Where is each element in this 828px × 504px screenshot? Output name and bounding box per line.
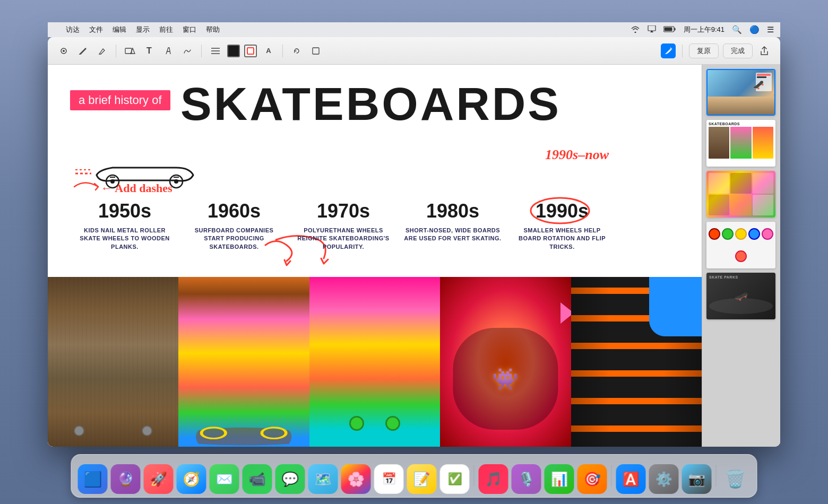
separator-2 <box>201 45 202 57</box>
dock-separator-3 <box>716 465 717 486</box>
tool-font[interactable]: A <box>261 44 276 58</box>
desc-1970s: POLYURETHANE WHEELS REIGNITE SKATEBOARDI… <box>293 227 394 251</box>
wifi-icon <box>631 25 640 34</box>
app-window: T A 复原 完成 <box>48 37 780 447</box>
canvas-area[interactable]: a brief history of SKATEBOARDS <box>48 65 702 447</box>
dock-numbers[interactable]: 📊 <box>545 464 574 494</box>
toolbar: T A 复原 完成 <box>48 37 780 65</box>
year-1990s-wrapper: 1990s <box>536 200 589 222</box>
year-1980s: 1980s <box>402 200 503 222</box>
dock-calendar[interactable]: 📅 <box>374 464 404 494</box>
dock-siri[interactable]: 🔮 <box>111 464 141 494</box>
dock-photos[interactable]: 🌸 <box>341 464 371 494</box>
dock-maps[interactable]: 🗺️ <box>308 464 338 494</box>
year-1950s: 1950s <box>74 200 175 222</box>
brief-history-badge: a brief history of <box>70 90 170 110</box>
board-1950s <box>48 277 178 447</box>
dock-finder[interactable]: 🟦 <box>78 464 108 494</box>
separator-4 <box>682 45 683 57</box>
tool-eraser[interactable] <box>94 44 109 58</box>
menu-go[interactable]: 前往 <box>159 25 173 34</box>
menu-file[interactable]: 文件 <box>89 25 103 34</box>
tool-marker[interactable] <box>161 44 176 58</box>
siri-icon[interactable]: 🔵 <box>749 25 760 34</box>
desc-1980s: SHORT-NOSED, WIDE BOARDS ARE USED FOR VE… <box>402 227 503 243</box>
add-dashes-annotation: ← Add dashes <box>101 181 172 195</box>
year-1970s: 1970s <box>293 200 394 222</box>
revert-button[interactable]: 复原 <box>689 44 719 58</box>
dock-separator-2 <box>611 465 612 486</box>
decade-1980s: 1980s SHORT-NOSED, WIDE BOARDS ARE USED … <box>398 200 507 251</box>
svg-point-18 <box>531 198 589 223</box>
menu-window[interactable]: 窗口 <box>183 25 196 34</box>
annotation-1990s-now: 1990s–now <box>545 147 609 163</box>
tool-pen[interactable] <box>75 44 90 58</box>
thumbnail-5[interactable]: SKATE PARKS 🛹 <box>706 273 775 319</box>
done-button[interactable]: 完成 <box>723 44 753 58</box>
share-button[interactable] <box>757 44 772 58</box>
board-1970s <box>309 277 440 447</box>
thumbnail-1[interactable]: 🛹 <box>706 69 775 116</box>
decade-1960s: 1960s SURFBOARD COMPANIES START PRODUCIN… <box>179 200 289 251</box>
dock: 🟦 🔮 🚀 🧭 ✉️ 📹 💬 🗺️ 🌸 📅 📝 ✅ 🎵 🎙️ 📊 � <box>71 454 757 498</box>
menubar-left: 访达 文件 编辑 显示 前往 窗口 帮助 <box>54 25 631 34</box>
tool-shape[interactable] <box>123 44 137 58</box>
dock-photos2[interactable]: 📷 <box>682 464 712 494</box>
menubar-right: 周一上午9:41 🔍 🔵 ☰ <box>631 25 774 34</box>
year-1960s: 1960s <box>184 200 284 222</box>
search-icon[interactable]: 🔍 <box>732 25 742 34</box>
thumbnail-2[interactable]: SKATEBOARDS <box>706 120 775 167</box>
timeline-section: 1950s KIDS NAIL METAL ROLLER SKATE WHEEL… <box>70 200 617 251</box>
svg-rect-1 <box>674 28 675 30</box>
thumbnail-3[interactable] <box>706 171 775 218</box>
boards-row: 👾 <box>48 277 702 447</box>
tool-align[interactable] <box>208 44 223 58</box>
dock-podcasts[interactable]: 🎙️ <box>512 464 541 494</box>
svg-rect-9 <box>313 48 319 54</box>
board-1980s: 👾 <box>440 277 571 447</box>
tool-select[interactable] <box>56 44 71 58</box>
notification-icon[interactable]: ☰ <box>767 25 774 34</box>
tool-signature[interactable] <box>180 44 195 58</box>
battery-icon <box>663 26 676 34</box>
menu-view[interactable]: 显示 <box>136 25 150 34</box>
menu-finder[interactable]: 访达 <box>66 25 80 34</box>
dock-reminders[interactable]: ✅ <box>440 464 470 494</box>
dock-notes[interactable]: 📝 <box>407 464 437 494</box>
dock-safari[interactable]: 🧭 <box>177 464 206 494</box>
tool-text[interactable]: T <box>142 44 157 58</box>
decade-1950s: 1950s KIDS NAIL METAL ROLLER SKATE WHEEL… <box>70 200 179 251</box>
slide-title: SKATEBOARDS <box>180 81 596 127</box>
dock-trash[interactable]: 🗑️ <box>721 464 751 494</box>
tool-crop[interactable] <box>308 44 323 58</box>
tool-rotate[interactable] <box>289 44 304 58</box>
thumbnail-4[interactable] <box>706 222 775 268</box>
decade-1970s: 1970s POLYURETHANE WHEELS REIGNITE SKATE… <box>289 200 398 251</box>
dock-facetime[interactable]: 📹 <box>243 464 272 494</box>
clock-display: 周一上午9:41 <box>684 25 724 34</box>
board-1990s <box>571 277 702 447</box>
desc-1950s: KIDS NAIL METAL ROLLER SKATE WHEELS TO W… <box>74 227 175 251</box>
dock-messages[interactable]: 💬 <box>275 464 305 494</box>
thumbnails-panel: 🛹 SKATEBOARDS <box>702 65 780 447</box>
desc-1960s: SURFBOARD COMPANIES START PRODUCING SKAT… <box>184 227 284 251</box>
desc-1990s: SMALLER WHEELS HELP BOARD ROTATION AND F… <box>512 227 613 251</box>
dock-appstore[interactable]: 🅰️ <box>616 464 646 494</box>
dock-launchpad[interactable]: 🚀 <box>144 464 174 494</box>
dock-music[interactable]: 🎵 <box>479 464 508 494</box>
svg-rect-2 <box>664 27 672 31</box>
tool-markup[interactable] <box>661 44 676 58</box>
menu-edit[interactable]: 编辑 <box>113 25 126 34</box>
dock-mail[interactable]: ✉️ <box>210 464 239 494</box>
fill-color-picker[interactable] <box>227 45 240 57</box>
dock-keynote[interactable]: 🎯 <box>577 464 607 494</box>
board-1960s <box>178 277 309 447</box>
separator-3 <box>282 45 283 57</box>
menu-help[interactable]: 帮助 <box>206 25 220 34</box>
dock-settings[interactable]: ⚙️ <box>649 464 679 494</box>
menubar: 访达 文件 编辑 显示 前往 窗口 帮助 周一上午9:41 🔍 🔵 ☰ <box>48 22 780 37</box>
dock-separator-1 <box>474 465 475 486</box>
decade-1990s: 1990s SMALLER WHEELS HELP BOARD ROTATION… <box>507 200 617 251</box>
stroke-color-picker[interactable] <box>244 45 257 57</box>
airplay-icon <box>648 25 656 34</box>
